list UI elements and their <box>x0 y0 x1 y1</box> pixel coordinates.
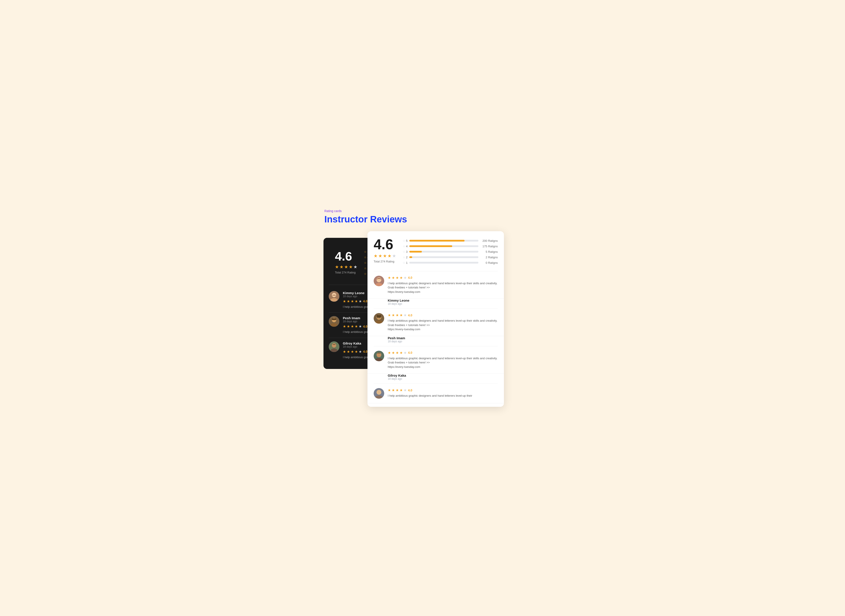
light-review-1-text: I help ambitious graphic designers and h… <box>388 281 498 294</box>
rv2-s2: ★ <box>347 324 350 329</box>
svg-rect-6 <box>332 318 336 320</box>
light-bar-track-4 <box>409 245 478 247</box>
light-rating-summary: 4.6 ★ ★ ★ ★ ★ Total 274 Rating ☆5 <box>367 231 504 271</box>
light-big-number: 4.6 <box>374 238 393 251</box>
cards-container: 4.6 ★ ★ ★ ★ ★ Total 274 Rating ☆5 <box>323 231 522 407</box>
light-reviewer-1-name: Kimmy Leone <box>388 299 409 302</box>
light-bar-count-3: 5 Ratigns <box>480 250 498 254</box>
light-review-3-text: I help ambitious graphic designers and h… <box>388 356 498 369</box>
light-star-1: ★ <box>374 253 378 258</box>
lr3-s5: ★ <box>403 351 407 355</box>
section-label: Rating cards <box>324 209 522 213</box>
light-reviewer-1-nameblock: Kimmy Leone 18 days ago <box>367 299 504 306</box>
light-bar-fill-5 <box>409 240 465 242</box>
section-title: Instructor Reviews <box>324 214 522 224</box>
light-bar-label-4: ☆4 <box>403 245 408 248</box>
light-bar-row-5: ☆5 200 Ratigns <box>403 239 498 242</box>
light-review-3-num: 4.0 <box>408 351 412 354</box>
light-bar-label-5: ☆5 <box>403 239 408 242</box>
dark-big-rating: 4.6 ★ ★ ★ ★ ★ Total 274 Rating <box>335 250 357 274</box>
light-bar-count-1: 0 Ratigns <box>480 261 498 264</box>
rv2-s4: ★ <box>355 324 358 329</box>
star-4: ★ <box>349 264 353 270</box>
svg-point-18 <box>379 317 380 318</box>
rv2-s5: ★ <box>359 324 362 329</box>
light-reviewer-3-details: Gilroy Kaka 18 days ago <box>388 374 406 380</box>
lr2-s3: ★ <box>396 313 399 317</box>
light-review-3-stars: ★ ★ ★ ★ ★ 4.0 <box>388 351 498 355</box>
light-review-2-stars: ★ ★ ★ ★ ★ 4.0 <box>388 313 498 317</box>
light-reviewer-3-nameblock: Gilroy Kaka 18 days ago <box>367 374 504 381</box>
light-reviewer-1-details: Kimmy Leone 18 days ago <box>388 299 409 305</box>
light-bar-row-4: ☆4 175 Ratigns <box>403 245 498 248</box>
light-review-3-meta: ★ ★ ★ ★ ★ 4.0 I help ambitious graphic d… <box>388 351 498 369</box>
lr4-s4: ★ <box>400 388 403 392</box>
star-1: ★ <box>335 264 339 270</box>
bar-star-icon-4: ☆ <box>364 256 367 259</box>
lr3-s4: ★ <box>400 351 403 355</box>
light-review-4-meta: ★ ★ ★ ★ ★ 4.0 I help ambitious graphic d… <box>388 388 498 399</box>
rv3-s5: ★ <box>359 350 362 354</box>
svg-point-24 <box>377 390 381 395</box>
light-review-1-num: 4.0 <box>408 276 412 279</box>
lr4-s3: ★ <box>396 388 399 392</box>
rv1-s2: ★ <box>347 299 350 304</box>
light-total-label: Total 274 Rating <box>374 260 394 263</box>
lr1-s3: ★ <box>396 276 399 280</box>
lr2-s5: ★ <box>403 313 407 317</box>
light-bar-label-1: ☆1 <box>403 261 408 264</box>
light-star-4: ★ <box>387 253 392 258</box>
rv1-s4: ★ <box>355 299 358 304</box>
rv1-s1: ★ <box>343 299 346 304</box>
light-bar-fill-2 <box>409 256 412 258</box>
bar-star-icon-1: ☆ <box>364 272 367 276</box>
lr2-s1: ★ <box>388 313 391 317</box>
light-avatar-2 <box>374 313 384 324</box>
star-3: ★ <box>344 264 348 270</box>
lr1-s2: ★ <box>392 276 395 280</box>
rv3-s2: ★ <box>347 350 350 354</box>
light-review-1: ★ ★ ★ ★ ★ 4.0 I help ambitious graphic d… <box>367 271 504 299</box>
lr1-s4: ★ <box>400 276 403 280</box>
light-bar-track-1 <box>409 262 478 264</box>
light-bar-track-5 <box>409 240 478 242</box>
light-star-2: ★ <box>378 253 382 258</box>
light-review-2-meta: ★ ★ ★ ★ ★ 4.0 I help ambitious graphic d… <box>388 313 498 331</box>
light-reviewer-3-name: Gilroy Kaka <box>388 374 406 377</box>
light-bar-star-3: ☆ <box>403 250 405 254</box>
lr3-s1: ★ <box>388 351 391 355</box>
light-review-4: ★ ★ ★ ★ ★ 4.0 I help ambitious graphic d… <box>367 384 504 403</box>
svg-point-17 <box>378 317 378 318</box>
light-bar-star-2: ☆ <box>403 256 405 259</box>
light-bar-star-1: ☆ <box>403 261 405 264</box>
dark-total-label: Total 274 Rating <box>335 271 356 274</box>
dark-avatar-2 <box>329 316 339 327</box>
rv3-s3: ★ <box>351 350 354 354</box>
light-reviewer-2-time: 18 days ago <box>388 340 405 343</box>
light-review-4-num: 4.0 <box>408 389 412 392</box>
dark-review-3-num: 4.0 <box>363 350 367 353</box>
light-bar-star-5: ☆ <box>403 239 405 242</box>
page-wrapper: Rating cards Instructor Reviews 4.6 ★ ★ … <box>323 209 522 407</box>
light-reviewer-2-details: Pesh Imam 18 days ago <box>388 336 405 343</box>
bar-star-icon-3: ☆ <box>364 261 367 264</box>
light-review-4-text: I help ambitious graphic designers and h… <box>388 394 498 398</box>
lr4-s5: ★ <box>403 388 407 392</box>
rv1-s5: ★ <box>359 299 362 304</box>
light-star-5: ★ <box>392 253 396 258</box>
light-bar-row-1: ☆1 0 Ratigns <box>403 261 498 264</box>
lr4-s1: ★ <box>388 388 391 392</box>
lr2-s4: ★ <box>400 313 403 317</box>
light-avatar-4 <box>374 388 384 399</box>
bottom-spacer <box>367 403 504 407</box>
light-reviewer-1-time: 18 days ago <box>388 302 409 305</box>
svg-rect-19 <box>377 317 381 317</box>
dark-stars-row: ★ ★ ★ ★ ★ <box>335 264 357 270</box>
light-bar-label-2: ☆2 <box>403 256 408 259</box>
light-review-1-stars: ★ ★ ★ ★ ★ 4.0 <box>388 276 498 280</box>
light-bar-label-3: ☆3 <box>403 250 408 254</box>
rv1-s3: ★ <box>351 299 354 304</box>
light-reviewer-2-name: Pesh Imam <box>388 336 405 340</box>
light-reviewer-2-nameblock: Pesh Imam 18 days ago <box>367 336 504 343</box>
bar-star-icon-2: ☆ <box>364 267 367 270</box>
